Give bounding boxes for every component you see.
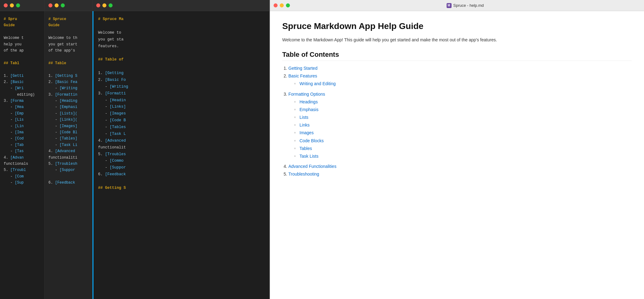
- preview-title: Spruce Markdown App Help Guide: [282, 21, 632, 31]
- window3: # Spruce Ma Welcome to you get sta featu…: [93, 0, 270, 299]
- titlebar-4: M Spruce - help.md: [270, 0, 644, 11]
- minimize-button-3[interactable]: [102, 3, 106, 7]
- toc-item-5: Troubleshooting: [288, 170, 632, 178]
- toc-link-writing[interactable]: Writing and Editing: [299, 81, 336, 86]
- maximize-button-1[interactable]: [16, 3, 20, 7]
- toc-link-images[interactable]: Images: [299, 130, 314, 135]
- maximize-button-4[interactable]: [286, 3, 290, 7]
- window2: # Spruce Guide Welcome to th you get sta…: [45, 0, 93, 299]
- toc-link-getting-started[interactable]: Getting Started: [288, 66, 317, 71]
- traffic-lights-1: [4, 3, 20, 7]
- close-button-3[interactable]: [96, 3, 100, 7]
- editor-content-2: # Spruce Guide Welcome to th you get sta…: [45, 11, 92, 299]
- preview-intro: Welcome to the Markdown App! This guide …: [282, 36, 632, 43]
- traffic-lights-3: [96, 3, 113, 7]
- window4: M Spruce - help.md Spruce Markdown App H…: [270, 0, 644, 299]
- traffic-lights-4: [274, 3, 290, 7]
- toc-link-advanced[interactable]: Advanced Functionalities: [288, 164, 336, 169]
- minimize-button-4[interactable]: [280, 3, 284, 7]
- toc-subitem-headings: Headings: [299, 98, 632, 106]
- toc-subitem-images: Images: [299, 129, 632, 137]
- titlebar-1: [0, 0, 44, 11]
- heading-line: # Spru: [4, 16, 41, 22]
- titlebar-3: [93, 0, 269, 11]
- accent-line: [93, 11, 93, 299]
- toc-link-tables[interactable]: Tables: [299, 146, 312, 151]
- toc-subitem-writing: Writing and Editing: [299, 80, 632, 88]
- toc-subitem-links: Links: [299, 121, 632, 129]
- titlebar-2: [45, 0, 92, 11]
- close-button-2[interactable]: [48, 3, 52, 7]
- heading-line-2: Guide: [4, 22, 41, 28]
- toc-link-code-blocks[interactable]: Code Blocks: [299, 138, 324, 143]
- toc-item-2: Basic Features Writing and Editing: [288, 72, 632, 88]
- preview-content[interactable]: Spruce Markdown App Help Guide Welcome t…: [270, 11, 644, 299]
- toc-subitem-lists: Lists: [299, 114, 632, 121]
- toc-subitem-tasklists: Task Lists: [299, 152, 632, 160]
- toc-link-troubleshooting[interactable]: Troubleshooting: [288, 172, 319, 176]
- toc-subitem-emphasis: Emphasis: [299, 106, 632, 114]
- close-button-4[interactable]: [274, 3, 278, 7]
- editor-content-3[interactable]: # Spruce Ma Welcome to you get sta featu…: [93, 11, 269, 299]
- toc-item-1: Getting Started: [288, 64, 632, 72]
- toc-sublist-3: Headings Emphasis Lists Links Images Cod…: [299, 98, 632, 160]
- toc-link-lists[interactable]: Lists: [299, 115, 308, 120]
- editor-content-1: # Spru Guide Welcome t help you of the a…: [0, 11, 44, 299]
- toc-link-task-lists[interactable]: Task Lists: [299, 154, 318, 159]
- toc-link-links[interactable]: Links: [299, 123, 310, 127]
- minimize-button-1[interactable]: [10, 3, 14, 7]
- traffic-lights-2: [48, 3, 65, 7]
- toc-link-formatting[interactable]: Formatting Options: [288, 92, 325, 97]
- toc-link-emphasis[interactable]: Emphasis: [299, 107, 318, 112]
- toc-item-3: Formatting Options Headings Emphasis Lis…: [288, 90, 632, 160]
- preview-toc-list: Getting Started Basic Features Writing a…: [288, 64, 632, 178]
- toc-link-basic-features[interactable]: Basic Features: [288, 73, 317, 78]
- toc-subitem-codeblocks: Code Blocks: [299, 137, 632, 145]
- title-text: Spruce - help.md: [453, 3, 484, 8]
- preview-toc-heading: Table of Contents: [282, 51, 632, 61]
- toc-sublist-2: Writing and Editing: [299, 80, 632, 88]
- toc-item-4: Advanced Functionalities: [288, 163, 632, 170]
- toc-subitem-tables: Tables: [299, 145, 632, 152]
- window1: # Spru Guide Welcome t help you of the a…: [0, 0, 45, 299]
- close-button-1[interactable]: [4, 3, 8, 7]
- app-icon: M: [447, 3, 452, 8]
- maximize-button-2[interactable]: [61, 3, 65, 7]
- toc-link-headings[interactable]: Headings: [299, 99, 318, 104]
- maximize-button-3[interactable]: [109, 3, 113, 7]
- window-title-4: M Spruce - help.md: [290, 3, 640, 8]
- minimize-button-2[interactable]: [55, 3, 59, 7]
- main-layout: # Spru Guide Welcome t help you of the a…: [0, 0, 644, 299]
